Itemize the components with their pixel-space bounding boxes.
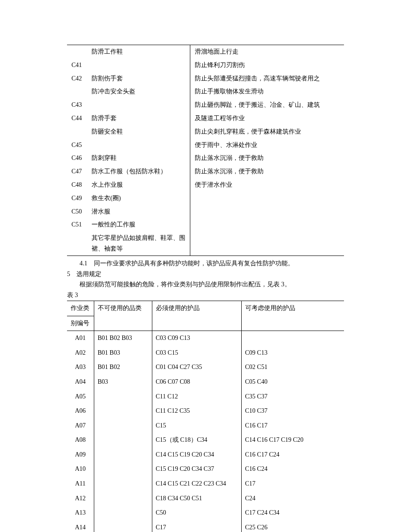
table-row-desc — [190, 205, 344, 218]
table-row: A14 — [67, 520, 94, 532]
table-3-label: 表 3 — [67, 290, 344, 301]
table-row — [94, 404, 152, 419]
table-row-desc — [190, 192, 344, 205]
table-row — [94, 419, 152, 433]
table-row-code — [67, 125, 89, 138]
table-row: A03 — [67, 360, 94, 375]
table-row: C14 C15 C21 C22 C23 C34 — [152, 477, 241, 491]
table-row-code: C41 — [67, 59, 89, 72]
table-row-code — [67, 231, 89, 256]
table-row: A09 — [67, 448, 94, 462]
table-row-name — [89, 138, 190, 152]
table-row: C11 C12 — [152, 390, 241, 404]
table-row-name: 防割伤手套 — [89, 72, 190, 85]
table-row — [94, 448, 152, 462]
table-row-code: C47 — [67, 165, 89, 178]
table-row: A04 — [67, 375, 94, 390]
table-row-code: C42 — [67, 72, 89, 85]
header-col3: 必须使用的护品 — [152, 301, 241, 331]
table-row-desc: 防止落水沉溺，便于救助 — [190, 165, 344, 178]
table-row-name — [89, 98, 190, 112]
table-row: B01 B03 — [94, 346, 152, 360]
table-row: B01 B02 — [94, 360, 152, 375]
header-col2: 不可使用的品类 — [94, 301, 152, 331]
header-col4: 可考虑使用的护品 — [241, 301, 344, 331]
table-row — [94, 506, 152, 520]
para-5-desc: 根据须防范可能接触的危险，将作业类别与护品使用限制作出配伍，见表 3。 — [67, 279, 344, 290]
table-row-name: 防滑工作鞋 — [89, 45, 190, 59]
table-row-desc: 便于潜水作业 — [190, 178, 344, 192]
table-row-desc — [190, 231, 344, 256]
table-row-code — [67, 85, 89, 98]
table-row-desc: 防止砸伤脚趾，便于搬运、冶金、矿山、建筑 — [190, 98, 344, 112]
table-row-desc: 滑溜地面上行走 — [190, 45, 344, 59]
para-4-1: 4.1 同一作业要求护品具有多种防护功能时，该护品应具有复合性防护功能。 — [67, 258, 344, 269]
table-row: A02 — [67, 346, 94, 360]
table-row-name: 防冲击安全头盔 — [89, 85, 190, 98]
table-row-code: C49 — [67, 192, 89, 205]
table-row-code: C46 — [67, 151, 89, 165]
table-row-name: 其它零星护品如披肩帽、鞋罩、围裙、袖套等 — [89, 231, 190, 256]
table-row-name: 水上作业服 — [89, 178, 190, 192]
table-row: C02 C51 — [241, 360, 344, 375]
table-row-code: C50 — [67, 205, 89, 218]
table-row-name: 防滑手套 — [89, 112, 190, 125]
table-row: A12 — [67, 491, 94, 506]
table-row: C25 C26 — [241, 520, 344, 532]
table-row: C03 C15 — [152, 346, 241, 360]
table-row: A13 — [67, 506, 94, 520]
bottom-table: 作业类 不可使用的品类 必须使用的护品 可考虑使用的护品 别编号 A01B01 … — [67, 301, 344, 532]
table-row — [94, 491, 152, 506]
table-row-desc: 防止锋利刀刃割伤 — [190, 59, 344, 72]
table-row: C17 C24 C34 — [241, 506, 344, 520]
table-row-code: C48 — [67, 178, 89, 192]
table-row-name: 一般性的工作服 — [89, 218, 190, 231]
table-row: C50 — [152, 506, 241, 520]
table-row: B03 — [94, 375, 152, 390]
table-row: A08 — [67, 433, 94, 448]
table-row: C14 C16 C17 C19 C20 — [241, 433, 344, 448]
table-row: C35 C37 — [241, 390, 344, 404]
table-row: C10 C37 — [241, 404, 344, 419]
table-row: C06 C07 C08 — [152, 375, 241, 390]
header-col1b: 别编号 — [67, 316, 94, 331]
table-row — [241, 331, 344, 346]
table-row-code: C51 — [67, 218, 89, 231]
table-row — [94, 433, 152, 448]
table-row: C17 — [241, 477, 344, 491]
table-row-code: C43 — [67, 98, 89, 112]
table-row-name: 防刺穿鞋 — [89, 151, 190, 165]
table-row: C05 C40 — [241, 375, 344, 390]
table-row: C03 C09 C13 — [152, 331, 241, 346]
table-row-desc: 及隧道工程等作业 — [190, 112, 344, 125]
table-row-code: C44 — [67, 112, 89, 125]
table-row-code — [67, 45, 89, 59]
table-row: C15（或 C18）C34 — [152, 433, 241, 448]
table-row: C16 C17 C24 — [241, 448, 344, 462]
table-row: C01 C04 C27 C35 — [152, 360, 241, 375]
table-row — [94, 520, 152, 532]
table-row: C16 C24 — [241, 462, 344, 477]
table-row: C16 C17 — [241, 419, 344, 433]
table-row — [94, 477, 152, 491]
table-row-desc: 防止头部遭受猛烈撞击，高速车辆驾驶者用之 — [190, 72, 344, 85]
table-row-code: C45 — [67, 138, 89, 152]
table-row: C14 C15 C19 C20 C34 — [152, 448, 241, 462]
table-row — [94, 462, 152, 477]
table-row: A01 — [67, 331, 94, 346]
table-row-name: 救生衣(圈) — [89, 192, 190, 205]
table-row: A10 — [67, 462, 94, 477]
table-row: C15 — [152, 419, 241, 433]
table-row: C11 C12 C35 — [152, 404, 241, 419]
table-row: A07 — [67, 419, 94, 433]
table-row — [94, 390, 152, 404]
table-row: A11 — [67, 477, 94, 491]
header-col1a: 作业类 — [67, 301, 94, 316]
table-row-name: 防砸安全鞋 — [89, 125, 190, 138]
table-row: A05 — [67, 390, 94, 404]
table-row-name: 防水工作服（包括防水鞋） — [89, 165, 190, 178]
table-row: C15 C19 C20 C34 C37 — [152, 462, 241, 477]
table-row-desc: 便于雨中、水淋处作业 — [190, 138, 344, 152]
table-row-name — [89, 59, 190, 72]
table-row: A06 — [67, 404, 94, 419]
